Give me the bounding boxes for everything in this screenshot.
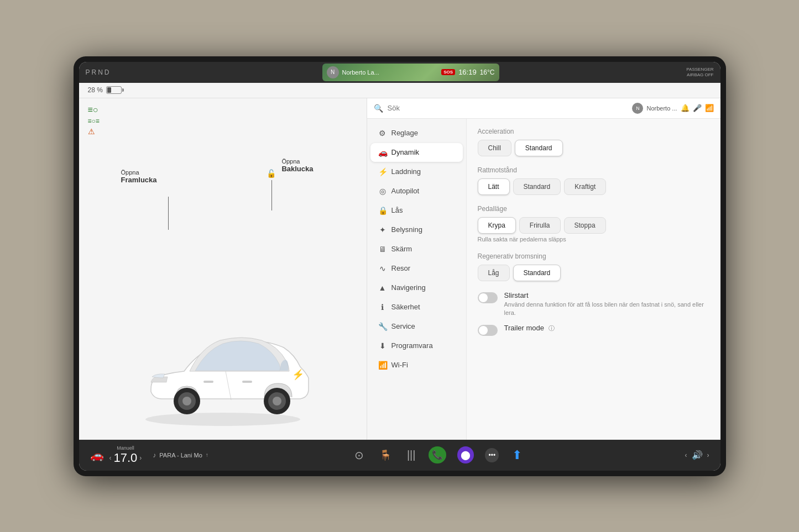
climate-icon[interactable]: ||| <box>405 446 418 463</box>
nav-item-wifi[interactable]: 📶 Wi-Fi <box>370 356 463 375</box>
acceleration-chill-btn[interactable]: Chill <box>478 140 511 156</box>
pedalage-frirulla-btn[interactable]: Frirulla <box>519 217 561 234</box>
nav-item-dynamik[interactable]: 🚗 Dynamik <box>370 143 463 162</box>
nav-item-laddning[interactable]: ⚡ Laddning <box>370 162 463 181</box>
user-avatar: N <box>632 103 643 114</box>
temp-manuell-label: Manuell <box>117 445 134 451</box>
camera-icon[interactable]: ⬤ <box>457 446 474 463</box>
trailer-mode-row: Trailer mode ⓘ <box>478 324 709 336</box>
more-menu-icon[interactable]: ••• <box>485 448 499 462</box>
rattmotstand-standard-btn[interactable]: Standard <box>513 178 561 195</box>
seat-heating-icon[interactable]: 🪑 <box>377 447 394 463</box>
resor-icon: ∿ <box>378 264 387 273</box>
baklucka-line <box>271 180 272 210</box>
volume-right-arrow[interactable]: › <box>707 451 709 459</box>
driver-avatar: N <box>327 66 339 78</box>
trailer-info-icon[interactable]: ⓘ <box>549 325 555 331</box>
temp-arrow-left[interactable]: ‹ <box>109 454 112 462</box>
laddning-icon: ⚡ <box>378 167 387 176</box>
framlucka-title: Framlucka <box>121 176 157 184</box>
nav-menu: ⚙ Reglage 🚗 Dynamik ⚡ Laddning ◎ <box>367 119 467 440</box>
slirstart-row: Slirstart Använd denna funktion för att … <box>478 291 709 318</box>
nav-item-las-label: Lås <box>391 206 403 214</box>
icon-row-1: ≡○ <box>88 105 358 115</box>
user-bar: N Norberto ... 🔔 🎤 📶 <box>632 103 713 114</box>
top-bar-left: PRND <box>86 69 196 76</box>
steering-wheel-icon[interactable]: ⊙ <box>352 446 366 464</box>
left-panel: ≡○ ≡○≡ ⚠ Öppna Framlucka <box>79 98 367 440</box>
music-track: PARA - Lani Mo <box>159 452 202 459</box>
nav-item-service[interactable]: 🔧 Service <box>370 317 463 336</box>
bottom-right: ‹ 🔊 › <box>643 450 709 460</box>
navigation-icon[interactable]: ⬆ <box>510 446 524 465</box>
rattmotstand-kraftigt-btn[interactable]: Kraftigt <box>564 178 606 195</box>
regenerativ-lag-btn[interactable]: Låg <box>478 265 510 281</box>
regenerativ-standard-btn[interactable]: Standard <box>513 265 561 281</box>
nav-item-laddning-label: Laddning <box>391 167 421 176</box>
car-visualization: Öppna Framlucka Öppna Baklucka 🔓 <box>88 136 358 433</box>
nav-item-programvara[interactable]: ⬇ Programvara <box>370 336 463 355</box>
nav-item-autopilot[interactable]: ◎ Autopilot <box>370 182 463 201</box>
nav-item-sakerhet[interactable]: ℹ Säkerhet <box>370 298 463 317</box>
bottom-left: 🚗 Manuell ‹ 17.0 › ♪ PARA - Lani Mo ↑ <box>90 445 234 465</box>
icon-row-3: ⚠ <box>88 127 358 136</box>
temp-value-row: ‹ 17.0 › <box>109 451 142 465</box>
rattmotstand-latt-btn[interactable]: Lätt <box>478 178 510 195</box>
esp-icon: ≡○≡ <box>88 117 100 125</box>
pedalage-section: Pedalläge Krypa Frirulla Stoppa Rulla sa… <box>478 205 709 243</box>
music-note-icon: ♪ <box>153 451 156 459</box>
svg-point-3 <box>182 397 191 405</box>
temp-arrow-right[interactable]: › <box>139 454 142 462</box>
notification-icon: 🔔 <box>681 104 690 112</box>
main-content: ≡○ ≡○≡ ⚠ Öppna Framlucka <box>79 98 720 440</box>
pedalage-desc: Rulla sakta när pedalerna släpps <box>478 236 709 243</box>
phone-icon[interactable]: 📞 <box>429 446 446 463</box>
pedalage-stoppa-btn[interactable]: Stoppa <box>564 217 606 234</box>
baklucka-prefix: Öppna <box>281 158 300 165</box>
right-panel: 🔍 N Norberto ... 🔔 🎤 📶 ⚙ <box>367 98 720 440</box>
slirstart-toggle[interactable] <box>478 292 498 303</box>
rattmotstand-buttons: Lätt Standard Kraftigt <box>478 178 709 195</box>
navigering-icon: ▲ <box>378 283 387 292</box>
temp-display: 16°C <box>480 69 495 76</box>
nav-item-belysning[interactable]: ✦ Belysning <box>370 220 463 239</box>
nav-item-reglage[interactable]: ⚙ Reglage <box>370 124 463 143</box>
bottom-bar: 🚗 Manuell ‹ 17.0 › ♪ PARA - Lani Mo ↑ <box>79 440 720 471</box>
nav-item-navigering-label: Navigering <box>391 283 426 292</box>
music-expand-icon[interactable]: ↑ <box>206 452 208 458</box>
nav-item-belysning-label: Belysning <box>391 225 422 234</box>
nav-item-resor[interactable]: ∿ Resor <box>370 259 463 278</box>
nav-item-skarm[interactable]: 🖥 Skärm <box>370 240 463 259</box>
settings-body: ⚙ Reglage 🚗 Dynamik ⚡ Laddning ◎ <box>367 119 720 440</box>
volume-left-arrow[interactable]: ‹ <box>685 451 687 459</box>
time-display: 16:19 <box>458 68 477 76</box>
temp-section: Manuell ‹ 17.0 › <box>109 445 142 465</box>
search-input[interactable] <box>388 104 628 112</box>
baklucka-label: Öppna Baklucka <box>281 158 313 173</box>
trailer-mode-toggle[interactable] <box>478 325 498 336</box>
user-name: Norberto ... <box>646 105 677 112</box>
top-bar: PRND N Norberto La... SOS 16:19 16°C PAS… <box>79 62 720 83</box>
wifi-icon: 📶 <box>705 104 714 112</box>
battery-info: 28 % <box>88 86 122 94</box>
acceleration-label: Acceleration <box>478 128 709 135</box>
nav-item-las[interactable]: 🔒 Lås <box>370 201 463 220</box>
belysning-icon: ✦ <box>378 225 387 234</box>
settings-content: Acceleration Chill Standard Rattmotstånd… <box>467 119 720 440</box>
baklucka-title: Baklucka <box>281 165 313 173</box>
nav-map-preview[interactable]: N Norberto La... SOS 16:19 16°C <box>322 64 499 81</box>
framlucka-line <box>168 197 169 230</box>
music-section: ♪ PARA - Lani Mo ↑ <box>153 451 208 459</box>
acceleration-standard-btn[interactable]: Standard <box>515 140 563 156</box>
acceleration-buttons: Chill Standard <box>478 140 709 156</box>
regenerativ-label: Regenerativ bromsning <box>478 252 709 260</box>
programvara-icon: ⬇ <box>378 341 387 350</box>
driver-name: Norberto La... <box>342 69 438 76</box>
pedalage-label: Pedalläge <box>478 205 709 213</box>
slirstart-text: Slirstart Använd denna funktion för att … <box>504 291 709 318</box>
headlight-icon: ≡○ <box>88 105 98 115</box>
pedalage-krypa-btn[interactable]: Krypa <box>478 217 516 234</box>
autopilot-icon: ◎ <box>378 187 387 196</box>
nav-item-navigering[interactable]: ▲ Navigering <box>370 278 463 297</box>
mic-icon: 🎤 <box>693 104 702 112</box>
